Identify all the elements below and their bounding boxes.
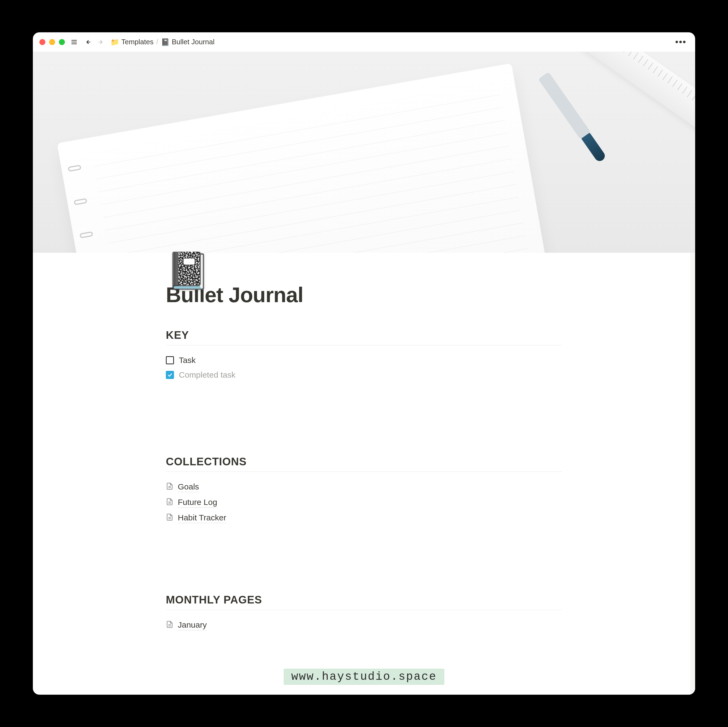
window-zoom-button[interactable]	[59, 39, 65, 45]
page-link-january[interactable]: January	[166, 618, 562, 633]
checkbox-unchecked-icon[interactable]	[166, 356, 174, 364]
checkbox-checked-icon[interactable]	[166, 371, 174, 379]
breadcrumb-separator: /	[156, 38, 158, 46]
page-icon	[166, 498, 173, 507]
page-body: 📓 Bullet Journal KEY Task Completed task…	[33, 283, 695, 666]
todo-item[interactable]: Task	[166, 353, 562, 367]
page-link-label: January	[178, 620, 207, 631]
folder-icon: 📁	[110, 38, 119, 46]
more-menu-button[interactable]: •••	[673, 37, 689, 47]
notebook-icon: 📓	[161, 38, 170, 46]
sidebar-toggle-icon[interactable]	[70, 38, 78, 46]
page-title[interactable]: Bullet Journal	[166, 283, 562, 307]
page-cover[interactable]	[33, 52, 695, 253]
window-close-button[interactable]	[39, 39, 45, 45]
page-icon	[166, 621, 173, 630]
app-window: 📁 Templates / 📓 Bullet Journal ••• �	[33, 32, 695, 695]
titlebar: 📁 Templates / 📓 Bullet Journal •••	[33, 32, 695, 52]
section-heading-monthly[interactable]: MONTHLY PAGES	[166, 594, 562, 610]
breadcrumb-current-label: Bullet Journal	[172, 38, 215, 46]
nav-forward-button[interactable]	[97, 38, 106, 46]
breadcrumb: 📁 Templates / 📓 Bullet Journal	[110, 38, 214, 46]
todo-label: Task	[179, 356, 196, 365]
page-icon	[166, 482, 173, 492]
watermark-label: www.haystudio.space	[284, 669, 444, 685]
page-link-habit-tracker[interactable]: Habit Tracker	[166, 510, 562, 526]
page-link-label: Habit Tracker	[178, 513, 226, 523]
nav-back-button[interactable]	[83, 38, 92, 46]
breadcrumb-current[interactable]: 📓 Bullet Journal	[161, 38, 215, 46]
page-icon	[166, 513, 173, 523]
page-link-label: Future Log	[178, 497, 217, 508]
page-icon[interactable]: 📓	[166, 253, 204, 291]
section-heading-key[interactable]: KEY	[166, 329, 562, 345]
cover-pen-illustration	[538, 72, 608, 164]
page-link-label: Goals	[178, 482, 199, 492]
todo-item-completed[interactable]: Completed task	[166, 367, 562, 382]
breadcrumb-parent[interactable]: 📁 Templates	[110, 38, 154, 46]
watermark: www.haystudio.space	[33, 669, 695, 685]
todo-label: Completed task	[179, 370, 236, 380]
section-heading-collections[interactable]: COLLECTIONS	[166, 456, 562, 472]
cover-ruler-illustration	[570, 52, 695, 133]
breadcrumb-parent-label: Templates	[121, 38, 154, 46]
cover-notebook-illustration	[57, 63, 568, 253]
window-controls	[39, 39, 65, 45]
page-link-goals[interactable]: Goals	[166, 479, 562, 495]
window-minimize-button[interactable]	[49, 39, 55, 45]
page-link-future-log[interactable]: Future Log	[166, 495, 562, 510]
